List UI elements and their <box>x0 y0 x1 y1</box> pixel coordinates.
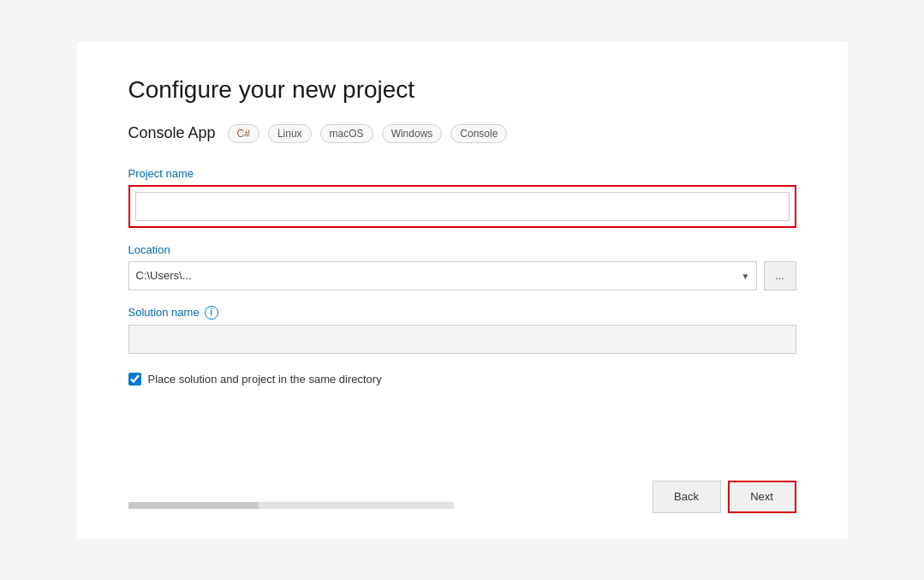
tag-csharp: C# <box>228 124 259 143</box>
project-name-group: Project name <box>128 167 796 228</box>
tag-console: Console <box>450 124 507 143</box>
info-icon[interactable]: i <box>205 306 218 320</box>
same-directory-row: Place solution and project in the same d… <box>128 373 796 386</box>
page-title: Configure your new project <box>128 76 796 104</box>
location-select-wrapper: C:\Users\... ▼ <box>128 261 757 290</box>
project-name-wrapper <box>128 185 796 228</box>
browse-button[interactable]: ... <box>764 261 796 290</box>
progress-fill <box>128 502 259 509</box>
nav-buttons: Back Next <box>653 481 796 513</box>
project-name-label: Project name <box>128 167 796 180</box>
bottom-row: Back Next <box>128 481 796 513</box>
solution-name-label-row: Solution name i <box>128 306 796 320</box>
solution-name-input[interactable] <box>128 325 796 354</box>
location-label: Location <box>128 243 796 256</box>
next-button[interactable]: Next <box>728 481 796 513</box>
solution-name-group: Solution name i <box>128 306 796 354</box>
location-row: C:\Users\... ▼ ... <box>128 261 796 290</box>
app-type-label: Console App <box>128 124 216 142</box>
app-type-row: Console App C# Linux macOS Windows Conso… <box>128 124 796 143</box>
form-section: Project name Location C:\Users\... ▼ ... <box>128 167 796 467</box>
tag-linux: Linux <box>268 124 312 143</box>
same-directory-label[interactable]: Place solution and project in the same d… <box>148 373 382 386</box>
tag-windows: Windows <box>382 124 443 143</box>
location-select[interactable]: C:\Users\... <box>128 261 757 290</box>
back-button[interactable]: Back <box>653 481 721 513</box>
same-directory-checkbox[interactable] <box>128 373 141 386</box>
configure-project-dialog: Configure your new project Console App C… <box>77 42 848 539</box>
project-name-input[interactable] <box>135 192 790 221</box>
progress-bar <box>128 502 454 509</box>
location-group: Location C:\Users\... ▼ ... <box>128 243 796 290</box>
tag-macos: macOS <box>320 124 373 143</box>
solution-name-label: Solution name <box>128 306 200 319</box>
